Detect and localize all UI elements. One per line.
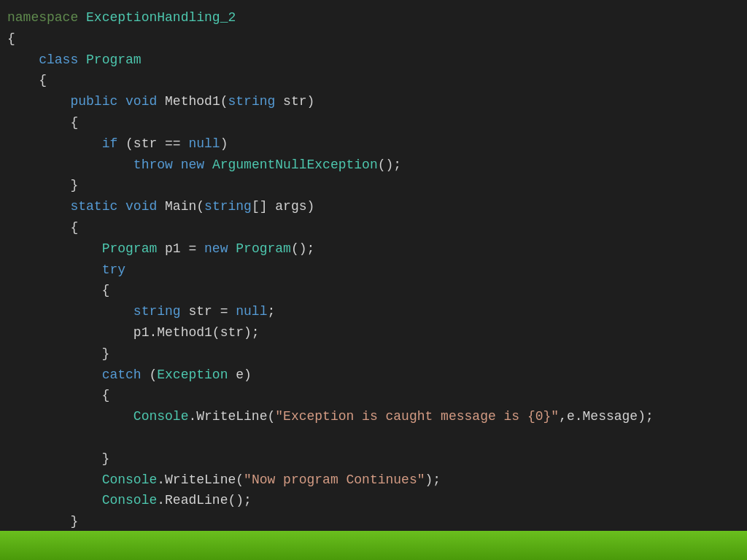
code-line-18: catch (Exception e)	[7, 365, 747, 386]
code-line-20: Console.WriteLine("Exception is caught m…	[7, 406, 747, 427]
code-line-5: public void Method1(string str)	[7, 91, 747, 112]
code-line-9: }	[7, 175, 747, 196]
code-line-4: {	[7, 70, 747, 91]
code-line-14: {	[7, 280, 747, 301]
code-line-17: }	[7, 343, 747, 365]
code-line-2: {	[7, 28, 747, 50]
code-line-22: }	[7, 448, 747, 470]
code-line-23: Console.WriteLine("Now program Continues…	[7, 470, 747, 491]
code-line-12: Program p1 = new Program();	[7, 238, 747, 260]
code-line-24: Console.ReadLine();	[7, 490, 747, 511]
code-line-11: {	[7, 217, 747, 238]
code-line-13: try	[7, 260, 747, 281]
code-line-15: string str = null;	[7, 301, 747, 322]
code-line-3: class Program	[7, 50, 747, 71]
code-line-25: }	[7, 511, 747, 531]
code-line-10: static void Main(string[] args)	[7, 196, 747, 217]
bottom-bar	[0, 531, 747, 560]
code-editor: namespace ExceptionHandling_2 { class Pr…	[0, 0, 747, 531]
code-line-16: p1.Method1(str);	[7, 322, 747, 343]
code-line-1: namespace ExceptionHandling_2	[7, 7, 747, 28]
code-line-21	[7, 427, 747, 448]
code-line-6: {	[7, 112, 747, 133]
code-line-19: {	[7, 385, 747, 406]
code-line-8: throw new ArgumentNullException();	[7, 155, 747, 176]
code-line-7: if (str == null)	[7, 133, 747, 155]
